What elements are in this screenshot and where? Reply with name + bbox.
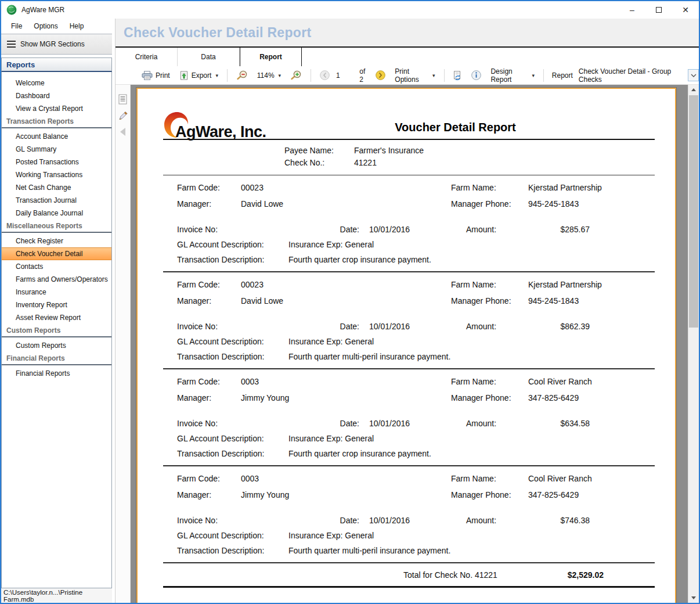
reports-panel-header: Reports — [1, 57, 112, 72]
content-area: Check Voucher Detail Report Criteria Dat… — [115, 19, 699, 603]
txn-description-label: Transaction Description: — [177, 448, 288, 459]
zoom-in-icon — [290, 70, 302, 80]
annotation-pen-icon[interactable] — [117, 111, 128, 121]
scrollbar-thumb[interactable] — [689, 95, 698, 328]
zoom-dropdown-caret: ▾ — [279, 73, 282, 78]
farm-name-value: Cool River Ranch — [528, 473, 655, 484]
invoice-label: Invoice No: — [177, 418, 320, 429]
design-report-dropdown[interactable]: Design Report ▾ — [488, 66, 537, 85]
farm-name-value: Cool River Ranch — [528, 376, 655, 387]
zoom-out-button[interactable] — [233, 69, 251, 82]
manager-phone-label: Manager Phone: — [451, 198, 528, 210]
date-label: Date: — [320, 418, 359, 429]
export-dropdown-caret: ▾ — [215, 73, 218, 78]
tab-data[interactable]: Data — [178, 48, 240, 66]
sidebar-item-inventory-report[interactable]: Inventory Report — [2, 299, 111, 311]
maximize-button[interactable] — [645, 1, 672, 19]
amount-label: Amount: — [466, 418, 510, 429]
page-thumbnails-icon[interactable] — [118, 94, 127, 105]
farm-code-value: 0003 — [241, 473, 451, 484]
refresh-report-button[interactable] — [450, 69, 465, 82]
print-options-dropdown[interactable]: Print Options ▾ — [392, 66, 438, 85]
manager-label: Manager: — [177, 392, 241, 404]
scroll-down-arrow[interactable] — [688, 593, 699, 603]
report-selector-value[interactable]: Check Voucher Detail - Group Checks — [579, 67, 674, 84]
invoice-label: Invoice No: — [177, 224, 320, 235]
manager-label: Manager: — [177, 198, 241, 210]
zoom-level-dropdown[interactable]: 114% ▾ — [254, 70, 284, 81]
farm-code-value: 00023 — [241, 279, 451, 290]
report-page: AgWare, Inc. Voucher Detail Report Payee… — [136, 88, 676, 603]
menu-options[interactable]: Options — [28, 20, 63, 32]
previous-page-button[interactable] — [317, 69, 333, 82]
close-button[interactable]: ✕ — [672, 1, 699, 19]
check-no-value: 41221 — [354, 157, 675, 169]
amount-label: Amount: — [466, 224, 510, 235]
export-icon — [179, 71, 189, 80]
next-page-icon — [376, 70, 385, 80]
gl-description-label: GL Account Description: — [177, 336, 288, 347]
report-selector-dropdown-button[interactable] — [688, 69, 699, 81]
sidebar-item-view-crystal-report[interactable]: View a Crystal Report — [2, 102, 111, 115]
export-button[interactable]: Export ▾ — [176, 69, 221, 82]
voucher-block-3: Farm Code: 0003 Farm Name: Cool River Ra… — [163, 369, 655, 466]
sidebar-item-custom-reports[interactable]: Custom Reports — [2, 339, 111, 352]
sidebar-item-farms-owners-operators[interactable]: Farms and Owners/Operators — [2, 273, 111, 286]
sidebar-item-net-cash-change[interactable]: Net Cash Change — [2, 181, 111, 194]
txn-description-label: Transaction Description: — [177, 254, 288, 265]
sidebar-item-transaction-journal[interactable]: Transaction Journal — [2, 194, 111, 207]
design-report-caret: ▾ — [532, 73, 535, 78]
next-page-button[interactable] — [373, 69, 388, 82]
sidebar-item-contacts[interactable]: Contacts — [2, 260, 111, 273]
chevron-down-icon — [691, 74, 697, 77]
sidebar-item-account-balance[interactable]: Account Balance — [2, 130, 111, 143]
report-selector-label: Report — [552, 71, 573, 80]
sidebar-item-asset-review-report[interactable]: Asset Review Report — [2, 311, 111, 324]
section-transaction-reports: Transaction Reports — [2, 115, 111, 128]
amount-label: Amount: — [466, 515, 510, 526]
gl-description-value: Insurance Exp: General — [288, 239, 655, 250]
voucher-block-1: Farm Code: 00023 Farm Name: Kjerstad Par… — [163, 175, 655, 272]
sidebar-item-welcome[interactable]: Welcome — [2, 77, 111, 89]
menu-file[interactable]: File — [6, 20, 27, 32]
report-body: Farm Code: 00023 Farm Name: Kjerstad Par… — [163, 175, 655, 588]
date-label: Date: — [320, 321, 359, 332]
sidebar-item-check-register[interactable]: Check Register — [2, 235, 111, 247]
txn-description-value: Fourth quarter multi-peril insurance pay… — [288, 545, 655, 556]
farm-code-label: Farm Code: — [177, 376, 241, 387]
print-options-caret: ▾ — [432, 73, 435, 78]
report-header: AgWare, Inc. Voucher Detail Report — [163, 109, 655, 140]
sidebar-item-check-voucher-detail[interactable]: Check Voucher Detail — [2, 247, 111, 260]
farm-code-label: Farm Code: — [177, 473, 241, 484]
farm-code-label: Farm Code: — [177, 182, 241, 193]
txn-description-value: Fourth quarter multi-peril insurance pay… — [288, 351, 655, 362]
scroll-up-arrow[interactable] — [688, 85, 699, 95]
sidebar-item-gl-summary[interactable]: GL Summary — [2, 143, 111, 156]
print-button[interactable]: Print — [139, 69, 173, 82]
vertical-scrollbar[interactable] — [688, 85, 699, 603]
tab-criteria[interactable]: Criteria — [116, 48, 178, 66]
txn-description-label: Transaction Description: — [177, 545, 288, 556]
manager-phone-label: Manager Phone: — [451, 392, 528, 404]
sidebar-item-posted-transactions[interactable]: Posted Transactions — [2, 156, 111, 168]
show-mgr-sections-button[interactable]: Show MGR Sections — [1, 34, 112, 55]
gl-description-value: Insurance Exp: General — [288, 336, 655, 347]
viewer-side-strip — [116, 85, 131, 603]
farm-name-label: Farm Name: — [451, 376, 528, 387]
minimize-button[interactable]: – — [619, 1, 645, 19]
manager-phone-label: Manager Phone: — [451, 295, 528, 307]
payee-name-value: Farmer's Insurance — [354, 145, 675, 157]
sidebar-item-working-transactions[interactable]: Working Transactions — [2, 168, 111, 181]
collapse-panel-icon[interactable] — [120, 128, 125, 136]
sidebar-item-dashboard[interactable]: Dashboard — [2, 89, 111, 102]
sidebar-item-daily-balance-journal[interactable]: Daily Balance Journal — [2, 207, 111, 220]
payee-name-label: Payee Name: — [284, 145, 354, 157]
current-page-number[interactable]: 1 — [336, 71, 356, 80]
sidebar-item-financial-reports[interactable]: Financial Reports — [2, 367, 111, 380]
menu-help[interactable]: Help — [64, 20, 89, 32]
manager-phone-value: 347-825-6429 — [528, 392, 655, 404]
sidebar-item-insurance[interactable]: Insurance — [2, 286, 111, 299]
tab-report[interactable]: Report — [240, 48, 302, 66]
zoom-in-button[interactable] — [287, 69, 305, 82]
report-info-button[interactable] — [468, 69, 484, 82]
